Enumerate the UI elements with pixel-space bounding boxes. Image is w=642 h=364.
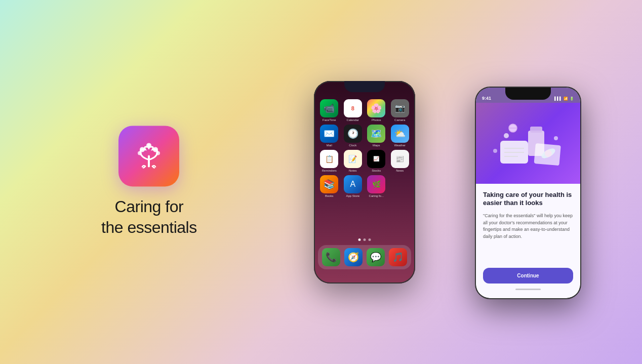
mail-label: Mail xyxy=(327,144,332,147)
right-phone-screen: 9:41 ▌▌▌ 📶 🔋 xyxy=(476,88,580,298)
status-icons: ▌▌▌ 📶 🔋 xyxy=(554,97,574,101)
notes-icon: 📝 xyxy=(344,150,362,168)
calendar-icon: 8 xyxy=(344,99,362,117)
svg-rect-19 xyxy=(534,143,561,166)
right-phone-frame: 9:41 ▌▌▌ 📶 🔋 xyxy=(475,87,581,299)
app-cell-maps[interactable]: 🗺️ Maps xyxy=(366,125,387,147)
svg-point-18 xyxy=(493,149,497,153)
books-label: Books xyxy=(325,194,334,197)
app-cell-photos[interactable]: 🌸 Photos xyxy=(366,99,387,122)
center-phone-notch xyxy=(344,81,385,92)
signal-icon: ▌▌▌ xyxy=(554,97,562,100)
app-icon xyxy=(118,126,179,186)
mail-icon: ✉️ xyxy=(320,125,338,143)
svg-point-17 xyxy=(554,136,558,140)
app-cell-mail[interactable]: ✉️ Mail xyxy=(319,125,340,147)
center-phone: 📹 FaceTime 8 Calendar 🌸 Photos 📷 xyxy=(314,81,415,284)
dock-safari[interactable]: 🧭 xyxy=(344,248,363,266)
svg-point-0 xyxy=(146,143,151,148)
center-phone-screen: 📹 FaceTime 8 Calendar 🌸 Photos 📷 xyxy=(314,81,415,284)
home-screen-bg: 📹 FaceTime 8 Calendar 🌸 Photos 📷 xyxy=(314,81,415,284)
dock-messages[interactable]: 💬 xyxy=(367,248,385,266)
right-phone-notch xyxy=(505,88,551,100)
svg-point-3 xyxy=(138,151,142,155)
weather-label: Weather xyxy=(394,144,406,147)
news-label: News xyxy=(396,169,404,172)
app-cell-notes[interactable]: 📝 Notes xyxy=(343,150,364,172)
dock-phone[interactable]: 📞 xyxy=(322,248,340,266)
photos-label: Photos xyxy=(372,118,381,122)
caring-icon: 🌿 xyxy=(367,175,385,193)
app-cell-calendar[interactable]: 8 Calendar xyxy=(343,99,364,122)
app-cell-camera[interactable]: 📷 Camera xyxy=(390,99,411,122)
app-cell-facetime[interactable]: 📹 FaceTime xyxy=(319,99,340,122)
content-body: "Caring for the essentials" will help yo… xyxy=(483,213,573,240)
home-indicator xyxy=(515,289,541,290)
medication-svg xyxy=(485,110,571,176)
app-cell-books[interactable]: 📚 Books xyxy=(319,175,340,197)
app-cell-news[interactable]: 📰 News xyxy=(390,150,411,172)
clock-icon: 🕐 xyxy=(344,125,362,143)
appstore-icon: A xyxy=(344,175,362,193)
app-cell-reminders[interactable]: 📋 Reminders xyxy=(319,150,340,172)
app-grid: 📹 FaceTime 8 Calendar 🌸 Photos 📷 xyxy=(314,95,415,201)
empty-cell xyxy=(391,175,409,193)
svg-point-4 xyxy=(156,151,160,155)
reminders-icon: 📋 xyxy=(320,150,338,168)
dock-music[interactable]: 🎵 xyxy=(389,248,407,266)
content-area: Taking care of your health is easier tha… xyxy=(476,184,580,298)
news-icon: 📰 xyxy=(391,150,409,168)
books-icon: 📚 xyxy=(320,175,338,193)
wifi-icon: 📶 xyxy=(564,97,568,101)
maps-label: Maps xyxy=(373,144,380,147)
caring-label: Caring fo... xyxy=(369,194,384,197)
svg-point-16 xyxy=(504,133,509,138)
page-dots xyxy=(358,238,371,241)
app-title: Caring for the essentials xyxy=(101,196,197,238)
app-title-line1: Caring for xyxy=(115,197,184,216)
maps-icon: 🗺️ xyxy=(367,125,385,143)
app-cell-clock[interactable]: 🕐 Clock xyxy=(343,125,364,147)
app-cell-empty xyxy=(390,175,411,197)
svg-rect-6 xyxy=(530,127,542,133)
reminders-label: Reminders xyxy=(322,169,337,172)
app-title-line2: the essentials xyxy=(101,219,197,237)
app-cell-weather[interactable]: ⛅ Weather xyxy=(390,125,411,147)
photos-icon: 🌸 xyxy=(367,99,385,117)
dot-3 xyxy=(369,238,371,241)
battery-icon: 🔋 xyxy=(570,97,574,101)
page-container: Caring for the essentials 📹 FaceTime 8 xyxy=(0,0,642,364)
left-section: Caring for the essentials xyxy=(101,126,197,238)
weather-icon: ⛅ xyxy=(391,125,409,143)
camera-icon: 📷 xyxy=(391,99,409,117)
center-phone-frame: 📹 FaceTime 8 Calendar 🌸 Photos 📷 xyxy=(314,81,415,284)
stocks-label: Stocks xyxy=(372,169,381,172)
appstore-label: App Store xyxy=(346,194,359,197)
stocks-icon: 📈 xyxy=(367,150,385,168)
facetime-label: FaceTime xyxy=(323,118,336,122)
content-title: Taking care of your health is easier tha… xyxy=(483,191,573,208)
camera-label: Camera xyxy=(394,118,405,122)
right-phone: 9:41 ▌▌▌ 📶 🔋 xyxy=(475,87,581,299)
notes-label: Notes xyxy=(349,169,357,172)
app-illustration xyxy=(476,103,580,184)
app-cell-stocks[interactable]: 📈 Stocks xyxy=(366,150,387,172)
app-cell-appstore[interactable]: A App Store xyxy=(343,175,364,197)
clock-label: Clock xyxy=(349,144,356,147)
dot-2 xyxy=(364,238,366,241)
status-time: 9:41 xyxy=(482,96,491,101)
calendar-label: Calendar xyxy=(347,118,359,122)
app-icon-svg xyxy=(131,138,167,174)
app-cell-caring[interactable]: 🌿 Caring fo... xyxy=(366,175,387,197)
continue-button[interactable]: Continue xyxy=(483,268,573,284)
facetime-icon: 📹 xyxy=(320,99,338,117)
dock: 📞 🧭 💬 🎵 xyxy=(318,245,411,269)
dot-1 xyxy=(358,238,361,241)
